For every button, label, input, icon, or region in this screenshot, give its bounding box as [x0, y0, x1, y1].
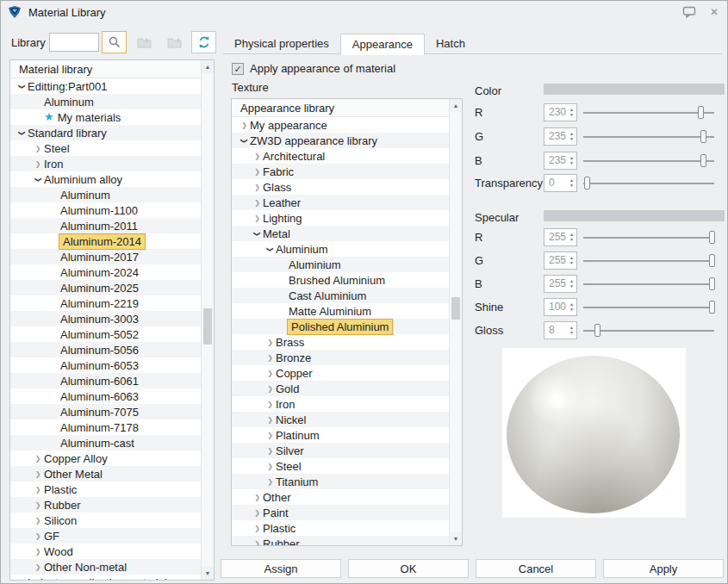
tree-item-copper-alloy[interactable]: ❯Copper Alloy [10, 450, 201, 466]
chevron-right-icon[interactable]: ❯ [32, 486, 44, 494]
tree-item-gf[interactable]: ❯GF [10, 528, 201, 544]
chevron-down-icon[interactable]: ❯ [18, 80, 26, 92]
slider-handle[interactable] [709, 254, 715, 267]
chevron-right-icon[interactable]: ❯ [32, 501, 44, 509]
scroll-down-icon[interactable]: ▼ [450, 532, 462, 545]
chevron-right-icon[interactable]: ❯ [264, 370, 276, 377]
tree-item-industry-application-materials[interactable]: ❯Industry application materials [10, 575, 201, 580]
r-slider[interactable] [583, 112, 714, 114]
chevron-right-icon[interactable]: ❯ [32, 470, 44, 478]
tree-item-leather[interactable]: ❯Leather [232, 195, 449, 210]
scrollbar-thumb[interactable] [451, 297, 460, 320]
tree-item-silver[interactable]: ❯Silver [232, 443, 449, 458]
slider-handle[interactable] [709, 301, 715, 314]
ok-button[interactable]: OK [348, 559, 469, 578]
slider-handle[interactable] [594, 324, 600, 337]
chevron-right-icon[interactable]: ❯ [32, 548, 44, 556]
chevron-right-icon[interactable]: ❯ [264, 401, 276, 408]
library-search-input[interactable] [49, 33, 99, 52]
tree-item-plastic[interactable]: ❯Plastic [10, 481, 201, 497]
spin-down-icon[interactable]: ▼ [569, 137, 574, 141]
tree-item-aluminum-6061[interactable]: ❯Aluminum-6061 [10, 373, 201, 388]
tree-item-aluminum-2011[interactable]: ❯Aluminum-2011 [10, 218, 201, 233]
g-slider[interactable] [583, 260, 714, 262]
tree-item-steel[interactable]: ❯Steel [10, 140, 201, 156]
chevron-down-icon[interactable]: ❯ [34, 173, 42, 185]
tree-item-lighting[interactable]: ❯Lighting [232, 210, 449, 226]
slider-handle[interactable] [700, 130, 706, 143]
load-library-button[interactable] [132, 31, 157, 53]
chevron-right-icon[interactable]: ❯ [32, 532, 44, 540]
cancel-button[interactable]: Cancel [476, 559, 596, 578]
chevron-right-icon[interactable]: ❯ [252, 199, 263, 207]
transparency-slider[interactable] [583, 183, 714, 184]
chevron-right-icon[interactable]: ❯ [252, 525, 263, 532]
chevron-right-icon[interactable]: ❯ [264, 354, 276, 362]
material-tree-scrollbar[interactable]: ▲ ▼ [201, 60, 214, 580]
shine-value-spinner[interactable]: 100▲▼ [544, 298, 577, 316]
tree-item-aluminum-3003[interactable]: ❯Aluminum-3003 [10, 311, 201, 326]
chevron-right-icon[interactable]: ❯ [252, 214, 263, 222]
chevron-right-icon[interactable]: ❯ [264, 416, 276, 424]
refresh-button[interactable] [191, 31, 216, 53]
tree-item-aluminum-cast[interactable]: ❯Aluminum-cast [10, 435, 201, 450]
tree-item-steel[interactable]: ❯Steel [232, 458, 449, 474]
tree-item-bronze[interactable]: ❯Bronze [232, 350, 449, 365]
apply-button[interactable]: Apply [603, 559, 724, 578]
spin-down-icon[interactable]: ▼ [569, 161, 574, 165]
tree-item-aluminium[interactable]: ❯Aluminium [232, 257, 449, 272]
tree-item-editting-part001[interactable]: ❯Editting:Part001 [10, 78, 201, 94]
tree-item-iron[interactable]: ❯Iron [10, 156, 201, 171]
spin-down-icon[interactable]: ▼ [569, 183, 574, 188]
chevron-right-icon[interactable]: ❯ [32, 145, 44, 152]
tree-item-aluminum-5052[interactable]: ❯Aluminum-5052 [10, 326, 201, 342]
chevron-right-icon[interactable]: ❯ [264, 432, 276, 439]
tree-item-aluminum-2017[interactable]: ❯Aluminum-2017 [10, 249, 201, 264]
chevron-right-icon[interactable]: ❯ [252, 540, 263, 546]
spin-down-icon[interactable]: ▼ [569, 238, 574, 242]
tree-item-copper[interactable]: ❯Copper [232, 365, 449, 381]
chevron-down-icon[interactable]: ❯ [266, 244, 274, 255]
gloss-value-spinner[interactable]: 8▲▼ [544, 321, 577, 339]
tree-item-standard-library[interactable]: ❯Standard library [10, 125, 201, 140]
chevron-right-icon[interactable]: ❯ [32, 517, 44, 525]
chevron-right-icon[interactable]: ❯ [32, 160, 44, 168]
tree-item-other-non-metal[interactable]: ❯Other Non-metal [10, 559, 201, 575]
tree-item-aluminum-6053[interactable]: ❯Aluminum-6053 [10, 357, 201, 373]
tree-item-aluminum-7178[interactable]: ❯Aluminum-7178 [10, 419, 201, 435]
scroll-up-icon[interactable]: ▲ [450, 99, 462, 112]
spin-down-icon[interactable]: ▼ [569, 284, 574, 289]
tree-item-aluminum-2025[interactable]: ❯Aluminum-2025 [10, 280, 201, 295]
tree-item-aluminum-6063[interactable]: ❯Aluminum-6063 [10, 388, 201, 404]
tree-item-aluminium-alloy[interactable]: ❯Aluminium alloy [10, 171, 201, 187]
tree-item-matte-aluminium[interactable]: ❯Matte Aluminium [232, 303, 449, 319]
chevron-right-icon[interactable]: ❯ [252, 168, 263, 176]
tree-item-iron[interactable]: ❯Iron [232, 396, 449, 412]
chevron-right-icon[interactable]: ❯ [264, 463, 276, 470]
tree-item-architectural[interactable]: ❯Architectural [232, 148, 449, 164]
g-slider[interactable] [583, 136, 714, 138]
spin-down-icon[interactable]: ▼ [569, 331, 574, 335]
chevron-right-icon[interactable]: ❯ [264, 478, 276, 486]
tree-item-aluminum-2219[interactable]: ❯Aluminum-2219 [10, 295, 201, 311]
spin-down-icon[interactable]: ▼ [569, 261, 574, 265]
slider-handle[interactable] [709, 277, 715, 290]
b-value-spinner[interactable]: 255▲▼ [544, 275, 577, 293]
chevron-down-icon[interactable]: ❯ [240, 135, 248, 146]
chevron-right-icon[interactable]: ❯ [252, 509, 263, 517]
chevron-right-icon[interactable]: ❯ [32, 455, 44, 463]
tree-item-aluminum-1100[interactable]: ❯Aluminum-1100 [10, 202, 201, 218]
chevron-right-icon[interactable]: ❯ [16, 579, 28, 581]
assign-button[interactable]: Assign [221, 559, 341, 578]
r-value-spinner[interactable]: 255▲▼ [544, 228, 577, 246]
chevron-right-icon[interactable]: ❯ [252, 152, 263, 160]
tree-item-other[interactable]: ❯Other [232, 489, 449, 505]
tree-item-nickel[interactable]: ❯Nickel [232, 412, 449, 427]
tree-item-polished-aluminium[interactable]: ❯Polished Aluminium [232, 319, 449, 334]
r-value-spinner[interactable]: 230▲▼ [544, 103, 577, 121]
b-slider[interactable] [583, 283, 714, 285]
scroll-up-icon[interactable]: ▲ [202, 60, 214, 73]
tree-item-glass[interactable]: ❯Glass [232, 179, 449, 195]
transparency-value-spinner[interactable]: 0▲▼ [544, 174, 577, 192]
tree-item-platinum[interactable]: ❯Platinum [232, 427, 449, 443]
